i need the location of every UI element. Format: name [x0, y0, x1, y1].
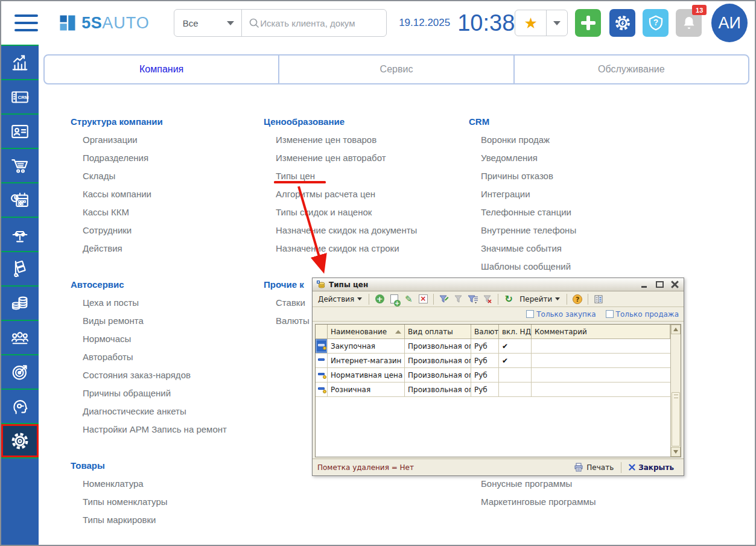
favorites-dropdown-button[interactable] [547, 10, 567, 36]
notifications-button[interactable]: 13 [676, 9, 702, 37]
filter-purchase-checkbox[interactable]: Только закупка [526, 310, 596, 319]
menu-item[interactable]: Причины обращений [71, 384, 264, 402]
sidebar-item-crm[interactable]: CRM [1, 80, 39, 115]
menu-item[interactable]: Типы цен [264, 167, 463, 185]
edit-row-button[interactable]: ✎ [402, 293, 415, 305]
menu-item[interactable]: Типы скидок и наценок [264, 203, 463, 221]
filter-history-button[interactable] [467, 293, 479, 305]
menu-item[interactable]: Изменение цен товаров [264, 131, 463, 149]
menu-item[interactable]: Типы маркировки [71, 511, 264, 529]
window-help-button[interactable]: ? [571, 293, 583, 305]
settings-button[interactable] [609, 9, 635, 37]
search-input[interactable] [260, 18, 380, 28]
sidebar-item-car-service[interactable] [1, 218, 39, 252]
menu-item[interactable]: Сотрудники [71, 221, 264, 240]
menu-item[interactable]: Номенклатура [71, 475, 264, 493]
menu-item[interactable]: Алгоритмы расчета цен [264, 185, 463, 203]
copy-row-button[interactable] [388, 293, 400, 305]
header-comment[interactable]: Комментарий [532, 325, 670, 338]
menu-item[interactable]: Значимые события [469, 240, 674, 258]
sidebar-item-analytics[interactable] [1, 46, 39, 80]
delete-row-button[interactable]: × [417, 293, 429, 305]
printer-icon [574, 463, 583, 472]
cell-currency: Руб [471, 339, 499, 353]
settings-icon [10, 431, 30, 451]
scroll-down-icon[interactable] [671, 447, 681, 457]
actions-menu-button[interactable]: Действия [316, 294, 364, 305]
print-button[interactable]: Печать [569, 463, 618, 472]
cell-currency: Руб [471, 383, 499, 396]
menu-item[interactable]: Назначение скидок на строки [264, 240, 463, 258]
goto-menu-button[interactable]: Перейти [517, 294, 562, 305]
table-row[interactable]: Нормативная ценаПроизвольная оплатаРуб [316, 368, 670, 383]
menu-item[interactable]: Настройки АРМ Запись на ремонт [71, 421, 264, 439]
sidebar-item-schedule[interactable] [1, 183, 39, 218]
menu-item[interactable]: Организации [71, 131, 264, 149]
sidebar-item-settings[interactable] [1, 424, 39, 459]
header-payment[interactable]: Вид оплаты [405, 325, 471, 338]
checkbox-icon [526, 310, 534, 318]
menu-item[interactable]: Внутренние телефоны [469, 221, 674, 240]
menu-item[interactable]: Причины отказов [469, 167, 674, 185]
window-maximize-button[interactable] [656, 281, 664, 288]
menu-item[interactable]: Назначение скидок на документы [264, 221, 463, 240]
menu-item[interactable]: Телефонные станции [469, 203, 674, 221]
menu-item[interactable]: Кассы ККМ [71, 203, 264, 221]
menu-item[interactable]: Нормочасы [71, 330, 264, 348]
menu-item[interactable]: Изменение цен авторабот [264, 149, 463, 167]
menu-item[interactable]: Цеха и посты [71, 294, 264, 312]
refresh-button[interactable]: ↻ [503, 293, 515, 305]
filter-sort-button[interactable] [438, 293, 450, 305]
tab-maintenance[interactable]: Обслуживание [513, 56, 748, 83]
table-row[interactable]: РозничнаяПроизвольная оплатаРуб [316, 383, 670, 397]
window-close-icon[interactable] [671, 281, 679, 288]
avatar[interactable]: АИ [711, 4, 748, 42]
sidebar-item-delivery[interactable] [1, 252, 39, 287]
menu-item[interactable]: Склады [71, 167, 264, 185]
favorites-star-button[interactable]: ★ [515, 10, 547, 36]
menu-item[interactable]: Виды ремонта [71, 312, 264, 330]
sidebar-item-targets[interactable] [1, 355, 39, 390]
filter-sale-checkbox[interactable]: Только продажа [606, 310, 679, 319]
sidebar-item-support[interactable] [1, 390, 39, 424]
menu-item[interactable]: Автоработы [71, 348, 264, 366]
menu-item[interactable]: Действия [71, 240, 264, 258]
menu-item[interactable]: Состояния заказ-нарядов [71, 366, 264, 384]
menu-item[interactable]: Воронки продаж [469, 131, 674, 149]
header-currency[interactable]: Валюта ... [471, 325, 499, 338]
header-name[interactable]: Наименование [328, 325, 405, 338]
scrollbar-thumb[interactable] [672, 392, 680, 446]
menu-item[interactable]: Шаблоны сообщений [469, 258, 674, 276]
scroll-up-icon[interactable] [671, 325, 681, 334]
menu-item[interactable]: Уведомления [469, 149, 674, 167]
menu-item[interactable]: Подразделения [71, 149, 264, 167]
menu-item[interactable]: Диагностические анкеты [71, 402, 264, 421]
add-row-button[interactable]: + [373, 293, 386, 305]
sidebar-item-contacts[interactable] [1, 115, 39, 149]
menu-item[interactable]: Интеграции [469, 185, 674, 203]
sidebar-item-team[interactable] [1, 321, 39, 355]
menu-toggle-icon[interactable] [14, 14, 38, 31]
sidebar-item-cart[interactable] [1, 149, 39, 183]
header-vat[interactable]: вкл. НДС [499, 325, 532, 338]
menu-item[interactable]: Бонусные программы [469, 475, 674, 493]
help-button[interactable]: ? [643, 9, 669, 37]
window-minimize-button[interactable] [641, 281, 649, 288]
tab-service[interactable]: Сервис [278, 56, 513, 83]
menu-item[interactable]: Кассы компании [71, 185, 264, 203]
sidebar-item-finance[interactable] [1, 287, 39, 321]
menu-item[interactable]: Типы номенклатуры [71, 493, 264, 511]
menu-section-title: Структура компании [71, 113, 264, 131]
window-title-bar[interactable]: Типы цен [313, 278, 684, 291]
close-button[interactable]: Закрыть [624, 463, 679, 472]
menu-item[interactable]: Маркетинговые программы [469, 493, 674, 511]
table-row[interactable]: ЗакупочнаяПроизвольная оплатаРуб✔ [316, 339, 670, 354]
add-button[interactable] [575, 9, 601, 37]
tab-company[interactable]: Компания [45, 56, 278, 83]
search-scope-select[interactable]: Все [174, 10, 242, 36]
clear-filter-button[interactable] [481, 293, 494, 305]
list-settings-button[interactable] [592, 293, 605, 305]
filter-by-value-button[interactable] [453, 293, 465, 305]
table-row[interactable]: Интернет-магазинПроизвольная оплатаРуб✔ [316, 354, 670, 368]
vertical-scrollbar[interactable] [670, 325, 681, 457]
